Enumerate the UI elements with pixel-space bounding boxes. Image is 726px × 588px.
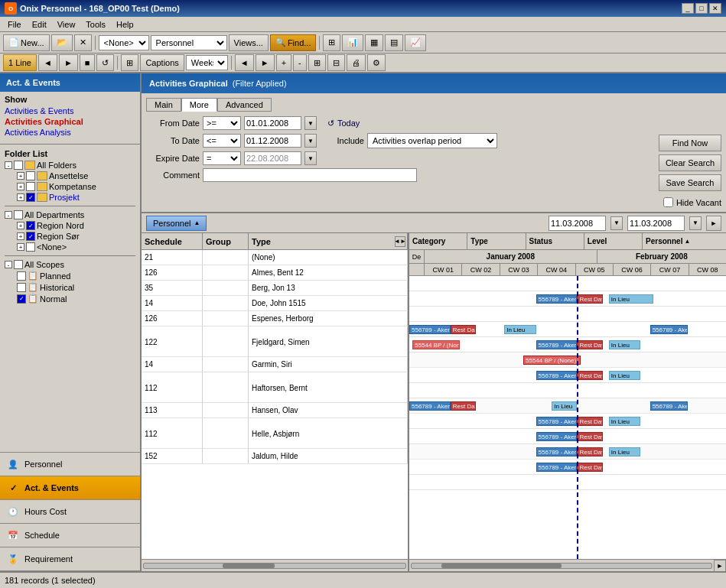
col-level[interactable]: Level bbox=[584, 233, 643, 249]
config-btn[interactable]: ⚙ bbox=[367, 54, 386, 71]
checkbox-kompetanse[interactable] bbox=[26, 182, 35, 191]
find-button[interactable]: 🔍 Find... bbox=[270, 34, 317, 51]
menu-edit[interactable]: Edit bbox=[28, 19, 51, 30]
personnel-tab[interactable]: Personnel ▲ bbox=[146, 216, 207, 231]
expand-region-nord[interactable]: + bbox=[17, 222, 24, 229]
arrow-prev[interactable]: ◄ bbox=[38, 54, 57, 71]
stop-button[interactable]: ■ bbox=[80, 54, 96, 71]
sidebar-item-activities-graphical[interactable]: Activities Graphical bbox=[5, 116, 135, 127]
bar-doe-3[interactable]: In Lieu bbox=[504, 325, 536, 334]
save-search-button[interactable]: Save Search bbox=[659, 174, 721, 191]
checkbox-all-folders[interactable] bbox=[14, 161, 23, 170]
scroll-right[interactable]: ► bbox=[256, 54, 275, 71]
date2-dropdown[interactable]: ▼ bbox=[689, 216, 702, 230]
bar-han-2[interactable]: Rest Days bbox=[577, 432, 602, 441]
new-button[interactable]: 📄 New... bbox=[3, 34, 50, 51]
print-btn[interactable]: 🖨 bbox=[347, 54, 366, 71]
hide-vacant-checkbox[interactable] bbox=[663, 197, 673, 207]
menu-file[interactable]: File bbox=[3, 19, 26, 30]
chart-scrollbar-thumb[interactable] bbox=[441, 564, 562, 568]
bar-haf-7[interactable]: In Lieu bbox=[609, 417, 640, 426]
expand-region-sor[interactable]: + bbox=[17, 232, 24, 240]
bar-almes-1[interactable]: 556789 - Aker Stord / (Nb bbox=[536, 294, 578, 304]
expand-prosjekt[interactable]: + bbox=[17, 193, 24, 201]
none-select[interactable]: <None> bbox=[99, 35, 149, 50]
expire-date-dropdown[interactable]: ▼ bbox=[304, 151, 317, 165]
bar-hel-5[interactable]: Rest Days bbox=[577, 463, 602, 472]
bar-almes-2[interactable]: Rest Days bbox=[577, 294, 602, 304]
bar-hel-4[interactable]: 556789 - Aker Stord / (Nb bbox=[536, 463, 578, 472]
checkbox-all-depts[interactable] bbox=[14, 210, 23, 219]
left-hscrollbar[interactable] bbox=[142, 559, 408, 571]
scope-planned[interactable]: 📋 Planned bbox=[17, 270, 135, 281]
col-category[interactable]: Category bbox=[409, 233, 467, 249]
dept-none[interactable]: + <None> bbox=[17, 242, 135, 252]
expand-type-btn[interactable]: ◄► bbox=[395, 236, 405, 247]
scope-historical[interactable]: 📋 Historical bbox=[17, 281, 135, 293]
bar-haf-3[interactable]: In Lieu bbox=[552, 401, 577, 411]
gantt-chart-scroll[interactable]: 556789 - Aker Stord / (Nb Rest Days In L… bbox=[409, 276, 726, 559]
tab-more[interactable]: More bbox=[181, 98, 217, 112]
col-type-header[interactable]: Type bbox=[467, 233, 526, 249]
bar-fjeld-1[interactable]: 55544 BP / (None) bbox=[523, 356, 581, 365]
checkbox-normal[interactable]: ✓ bbox=[17, 294, 26, 304]
views-button[interactable]: Views... bbox=[229, 34, 269, 51]
chart-button[interactable]: 📈 bbox=[405, 34, 426, 51]
dept-region-sor[interactable]: + ✓ Region Sør bbox=[17, 231, 135, 242]
clear-search-button[interactable]: Clear Search bbox=[659, 154, 721, 171]
expand-all[interactable]: ⊞ bbox=[308, 54, 326, 71]
gantt-date2-input[interactable] bbox=[627, 216, 685, 231]
to-date-dropdown[interactable]: ▼ bbox=[304, 134, 317, 148]
include-select[interactable]: Activities overlap period bbox=[367, 133, 497, 148]
checkbox-region-sor[interactable]: ✓ bbox=[26, 232, 35, 241]
nav-act-events[interactable]: ✓ Act. & Events bbox=[0, 476, 140, 500]
layout-button[interactable]: ▦ bbox=[365, 34, 383, 51]
from-date-op[interactable]: >= bbox=[203, 116, 241, 130]
menu-help[interactable]: Help bbox=[112, 19, 138, 30]
checkbox-region-nord[interactable]: ✓ bbox=[26, 221, 35, 230]
col-type[interactable]: Type ◄► bbox=[249, 233, 408, 249]
chart-view-button[interactable]: 📊 bbox=[342, 34, 363, 51]
checkbox-none-dept[interactable] bbox=[26, 242, 35, 252]
nav-requirement[interactable]: 🏅 Requirement bbox=[0, 547, 140, 571]
folder-prosjekt[interactable]: + ✓ Prosjekt bbox=[17, 192, 135, 203]
menu-tools[interactable]: Tools bbox=[81, 19, 110, 30]
checkbox-historical[interactable] bbox=[17, 283, 26, 292]
gantt-nav-right[interactable]: ► bbox=[706, 216, 721, 231]
bar-almes-3[interactable]: In Lieu bbox=[609, 294, 653, 304]
bar-haf-2[interactable]: Rest Days bbox=[451, 401, 476, 411]
checkbox-all-scopes[interactable] bbox=[14, 260, 23, 269]
chart-scrollbar-track[interactable] bbox=[411, 563, 712, 569]
bar-hel-1[interactable]: 556789 - Aker Stord / (Nb bbox=[536, 447, 578, 456]
bar-esp-2[interactable]: 556789 - Aker Stord / (Nb bbox=[536, 340, 578, 349]
bar-doe-4[interactable]: 556789 - Aker Stord / (Nb bbox=[650, 325, 689, 334]
bar-doe-2[interactable]: Rest Days bbox=[451, 325, 476, 334]
bar-esp-1[interactable]: 55544 BP / (None) bbox=[412, 340, 460, 349]
personnel-select[interactable]: Personnel bbox=[151, 35, 227, 50]
to-date-op[interactable]: <= bbox=[203, 134, 241, 148]
tab-advanced[interactable]: Advanced bbox=[217, 98, 272, 112]
bar-han-1[interactable]: 556789 - Aker Stord / (Nb bbox=[536, 432, 578, 441]
sidebar-item-activities-analysis[interactable]: Activities Analysis bbox=[5, 127, 135, 138]
menu-view[interactable]: View bbox=[53, 19, 80, 30]
expand-all-depts[interactable]: - bbox=[5, 211, 12, 219]
bar-haf-5[interactable]: 556789 - Aker Stord / (Nb bbox=[536, 417, 578, 426]
bar-haf-6[interactable]: Rest Days bbox=[577, 417, 602, 426]
expand-none-dept[interactable]: + bbox=[17, 243, 24, 251]
left-scrollbar-track[interactable] bbox=[143, 563, 406, 569]
bar-fjeld-4[interactable]: In Lieu bbox=[609, 371, 640, 380]
scroll-left[interactable]: ◄ bbox=[235, 54, 254, 71]
minimize-button[interactable]: _ bbox=[682, 3, 694, 14]
expand-kompetanse[interactable]: + bbox=[17, 183, 24, 190]
chart-hscrollbar[interactable]: ► bbox=[409, 559, 726, 571]
checkbox-ansettelse[interactable] bbox=[26, 171, 35, 180]
bar-fjeld-3[interactable]: Rest Days bbox=[577, 371, 602, 380]
maximize-button[interactable]: □ bbox=[695, 3, 708, 14]
col-status[interactable]: Status bbox=[526, 233, 584, 249]
gantt-date1-input[interactable] bbox=[549, 216, 606, 231]
zoom-out[interactable]: - bbox=[293, 54, 307, 71]
collapse-all[interactable]: ⊟ bbox=[327, 54, 345, 71]
col-personnel[interactable]: Personnel ▲ bbox=[643, 233, 726, 249]
find-now-button[interactable]: Find Now bbox=[659, 135, 721, 151]
from-date-input[interactable] bbox=[244, 116, 301, 130]
